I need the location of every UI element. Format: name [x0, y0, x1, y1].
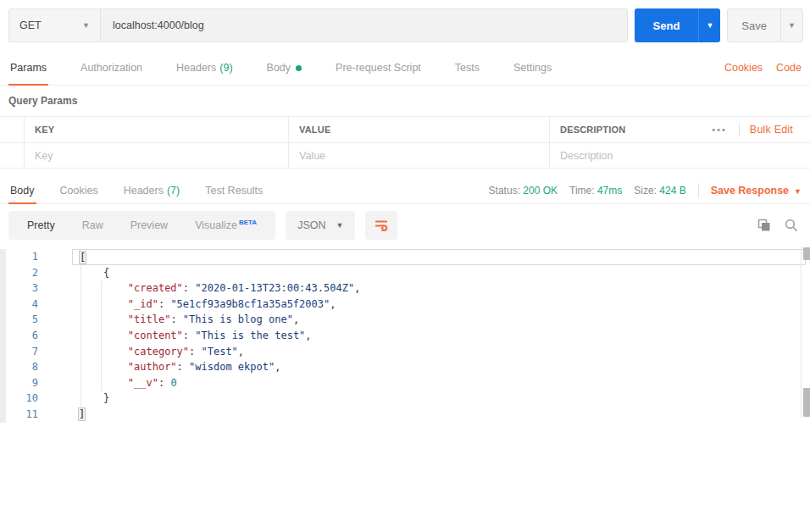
key-input[interactable] [28, 150, 285, 162]
row-handle-cell [0, 117, 24, 142]
description-header-label: DESCRIPTION [560, 125, 703, 135]
tab-headers[interactable]: Headers (9) [175, 51, 235, 85]
scrollbar-thumb[interactable] [803, 247, 810, 260]
value-input-cell [288, 143, 549, 168]
code-line: 3 "created": "2020-01-13T23:00:43.504Z", [0, 280, 810, 296]
send-button-group: Send ▼ [635, 8, 721, 42]
request-tabs: Params Authorization Headers (9) Body Pr… [0, 51, 810, 86]
tab-label: Params [10, 62, 47, 74]
code-link[interactable]: Code [776, 62, 802, 74]
tab-settings[interactable]: Settings [512, 51, 553, 85]
line-number: 3 [6, 280, 38, 296]
size-value: 424 B [659, 185, 685, 197]
response-tab-test-results[interactable]: Test Results [203, 178, 264, 203]
bulk-edit-link[interactable]: Bulk Edit [743, 124, 800, 136]
value-input[interactable] [292, 150, 546, 162]
copy-button[interactable] [757, 219, 771, 232]
line-number: 8 [6, 359, 38, 375]
tab-label: Tests [455, 62, 480, 74]
response-body-editor[interactable]: 1[2 {3 "created": "2020-01-13T23:00:43.5… [0, 247, 810, 532]
response-headers-count-badge: (7) [167, 185, 180, 197]
code-line-content: [ [72, 249, 806, 265]
send-label: Send [653, 19, 680, 32]
code-line: 7 "category": "Test", [0, 344, 810, 360]
divider [698, 183, 699, 198]
code-line: 2 { [0, 265, 810, 281]
wrap-lines-icon [374, 219, 389, 232]
code-line: 8 "author": "wisdom ekpot", [0, 359, 810, 375]
format-selected-value: JSON [297, 219, 325, 231]
chevron-down-icon: ▼ [794, 187, 802, 196]
tab-tests[interactable]: Tests [453, 51, 481, 85]
search-button[interactable] [785, 219, 798, 232]
tab-label: Pre-request Script [336, 62, 421, 74]
query-params-header-row: KEY VALUE DESCRIPTION ••• Bulk Edit [0, 116, 810, 142]
url-value: localhost:4000/blog [113, 19, 204, 31]
code-line: 4 "_id": "5e1cf93a9b8cf1a35a5f2003", [0, 296, 810, 313]
code-line-content: "author": "wisdom ekpot", [72, 359, 810, 375]
code-line-content: "_id": "5e1cf93a9b8cf1a35a5f2003", [72, 296, 810, 313]
tab-authorization[interactable]: Authorization [79, 51, 144, 85]
key-input-cell [24, 143, 288, 168]
body-active-dot-icon [296, 65, 302, 71]
tab-label: Authorization [80, 62, 142, 74]
tab-params[interactable]: Params [8, 51, 48, 85]
view-tab-preview[interactable]: Preview [117, 219, 181, 231]
save-button-group: Save ▼ [727, 8, 803, 42]
search-icon [785, 219, 798, 232]
code-line-content: } [72, 391, 810, 407]
code-line-content: "title": "This is blog one", [72, 312, 810, 328]
url-group: GET ▼ localhost:4000/blog [8, 8, 628, 42]
time-label: Time: [569, 185, 595, 197]
response-tab-headers[interactable]: Headers (7) [122, 178, 182, 203]
response-viewer-toolbar: Pretty Raw Preview VisualizeBETA JSON ▼ [0, 204, 810, 247]
tab-label: Test Results [205, 185, 263, 197]
wrap-lines-button[interactable] [365, 211, 397, 240]
description-input[interactable] [553, 150, 807, 162]
line-number: 4 [6, 296, 38, 313]
tab-label: Cookies [60, 185, 98, 197]
url-input[interactable]: localhost:4000/blog [101, 9, 627, 42]
editor-scrollbar[interactable] [801, 247, 810, 418]
tab-label: Headers [176, 62, 216, 74]
code-line-content: { [72, 265, 810, 281]
method-select[interactable]: GET ▼ [9, 9, 101, 42]
more-options-button[interactable]: ••• [703, 125, 735, 135]
query-params-table: KEY VALUE DESCRIPTION ••• Bulk Edit [0, 116, 810, 169]
size-label: Size: [634, 185, 657, 197]
tab-pre-request-script[interactable]: Pre-request Script [334, 51, 423, 85]
send-dropdown-button[interactable]: ▼ [698, 8, 720, 42]
chevron-down-icon: ▼ [336, 221, 343, 230]
code-line: 9 "__v": 0 [0, 375, 810, 391]
status-label: Status: [489, 185, 520, 197]
tab-label: Body [267, 62, 291, 74]
line-number: 6 [6, 328, 38, 344]
format-select[interactable]: JSON ▼ [286, 211, 355, 240]
copy-icon [757, 219, 771, 232]
tab-body[interactable]: Body [265, 51, 304, 85]
response-tab-body[interactable]: Body [8, 178, 36, 203]
save-button[interactable]: Save [728, 9, 780, 42]
line-number: 9 [6, 375, 38, 391]
save-dropdown-button[interactable]: ▼ [780, 9, 802, 42]
value-column-header: VALUE [288, 117, 549, 142]
chevron-down-icon: ▼ [706, 21, 713, 30]
view-tab-visualize[interactable]: VisualizeBETA [181, 219, 270, 231]
response-tab-cookies[interactable]: Cookies [58, 178, 100, 203]
send-button[interactable]: Send [635, 8, 699, 42]
visualize-label: Visualize [195, 220, 237, 232]
chevron-down-icon: ▼ [82, 21, 90, 30]
query-params-title: Query Params [0, 86, 810, 116]
view-tab-raw[interactable]: Raw [69, 219, 117, 231]
query-params-input-row [0, 142, 810, 169]
status-badge: Status: 200 OK [489, 185, 558, 197]
chevron-down-icon: ▼ [788, 21, 796, 30]
code-line: 10 } [0, 391, 810, 407]
line-number: 10 [6, 391, 38, 407]
cookies-link[interactable]: Cookies [724, 62, 763, 74]
line-number: 2 [6, 265, 38, 281]
view-tab-pretty[interactable]: Pretty [14, 219, 69, 231]
tab-label: Headers [124, 185, 164, 197]
save-response-button[interactable]: Save Response▼ [711, 185, 802, 197]
response-tabs: Body Cookies Headers (7) Test Results St… [0, 178, 810, 204]
